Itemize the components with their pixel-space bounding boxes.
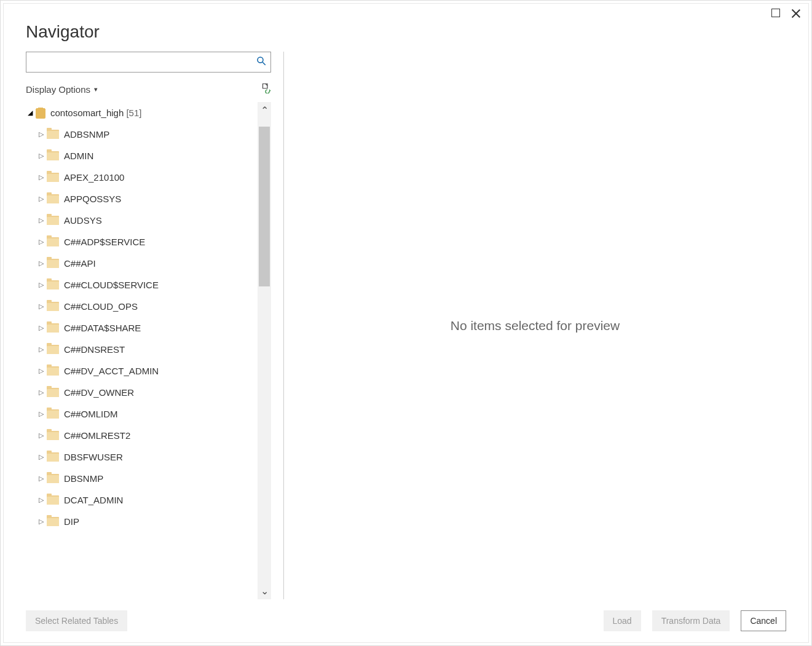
- tree-item-label: C##API: [64, 258, 96, 269]
- tree-item[interactable]: ▷C##OMLIDM: [26, 403, 255, 425]
- expander-icon[interactable]: ▷: [37, 195, 45, 203]
- schema-tree[interactable]: ◢contosomart_high [51]▷ADBSNMP▷ADMIN▷APE…: [26, 102, 258, 599]
- search-icon[interactable]: [256, 55, 267, 69]
- svg-point-0: [258, 57, 263, 63]
- expander-icon[interactable]: ▷: [37, 475, 45, 483]
- database-icon: [36, 108, 45, 119]
- folder-icon: [47, 452, 59, 462]
- refresh-icon[interactable]: [260, 82, 271, 96]
- expander-icon[interactable]: ▷: [37, 130, 45, 138]
- tree-scrollbar[interactable]: ⌃ ⌄: [258, 102, 271, 599]
- tree-item-label: DBSNMP: [64, 473, 103, 484]
- display-options-dropdown[interactable]: Display Options ▾: [26, 84, 98, 95]
- folder-icon: [47, 280, 59, 290]
- expander-icon[interactable]: ▷: [37, 388, 45, 396]
- tree-item-label: APPQOSSYS: [64, 194, 121, 204]
- dialog-title: Navigator: [4, 7, 808, 52]
- folder-icon: [47, 345, 59, 354]
- expander-icon[interactable]: ▷: [37, 324, 45, 332]
- dialog-footer: Select Related Tables Load Transform Dat…: [4, 599, 808, 642]
- tree-item[interactable]: ▷DIP: [26, 511, 255, 532]
- tree-item[interactable]: ▷C##API: [26, 253, 255, 274]
- preview-empty-message: No items selected for preview: [451, 318, 620, 333]
- folder-icon: [47, 216, 59, 225]
- tree-item-label: DCAT_ADMIN: [64, 495, 123, 505]
- maximize-icon[interactable]: [771, 9, 780, 17]
- tree-item[interactable]: ▷ADMIN: [26, 145, 255, 167]
- expander-icon[interactable]: ▷: [37, 496, 45, 504]
- svg-line-1: [262, 62, 266, 65]
- expander-icon[interactable]: ▷: [37, 173, 45, 181]
- folder-icon: [47, 388, 59, 397]
- load-button[interactable]: Load: [604, 610, 641, 631]
- expander-icon[interactable]: ▷: [37, 345, 45, 353]
- tree-item-label: C##CLOUD_OPS: [64, 301, 138, 312]
- tree-item[interactable]: ▷AUDSYS: [26, 210, 255, 231]
- expander-icon[interactable]: ▷: [37, 518, 45, 526]
- folder-icon: [47, 151, 59, 160]
- expander-icon[interactable]: ▷: [37, 281, 45, 289]
- tree-item-label: C##OMLREST2: [64, 430, 130, 441]
- tree-item[interactable]: ▷C##OMLREST2: [26, 425, 255, 446]
- search-input[interactable]: [30, 57, 256, 68]
- preview-pane: No items selected for preview: [284, 52, 786, 599]
- tree-item[interactable]: ▷APPQOSSYS: [26, 188, 255, 210]
- tree-item[interactable]: ▷C##DV_OWNER: [26, 382, 255, 403]
- tree-item[interactable]: ▷C##CLOUD$SERVICE: [26, 274, 255, 296]
- expander-icon[interactable]: ▷: [37, 410, 45, 418]
- tree-item-label: C##DATA$SHARE: [64, 323, 141, 333]
- tree-item[interactable]: ▷C##DATA$SHARE: [26, 317, 255, 339]
- tree-item-label: APEX_210100: [64, 172, 124, 183]
- search-box[interactable]: [26, 52, 271, 73]
- folder-icon: [47, 302, 59, 311]
- scroll-thumb[interactable]: [259, 127, 270, 286]
- folder-icon: [47, 517, 59, 526]
- navigator-dialog: Navigator Display Options ▾: [0, 0, 812, 646]
- tree-item-label: ADMIN: [64, 151, 93, 161]
- select-related-tables-button[interactable]: Select Related Tables: [26, 610, 127, 631]
- tree-item[interactable]: ▷DBSFWUSER: [26, 446, 255, 468]
- cancel-button[interactable]: Cancel: [741, 610, 786, 631]
- expander-icon[interactable]: ▷: [37, 152, 45, 160]
- expander-icon[interactable]: ▷: [37, 302, 45, 310]
- folder-icon: [47, 431, 59, 440]
- tree-item[interactable]: ▷DBSNMP: [26, 468, 255, 489]
- scroll-down-icon[interactable]: ⌄: [261, 583, 269, 599]
- expander-icon[interactable]: ◢: [26, 109, 34, 117]
- tree-root[interactable]: ◢contosomart_high [51]: [26, 102, 255, 124]
- expander-icon[interactable]: ▷: [37, 216, 45, 224]
- window-controls: [771, 9, 801, 18]
- expander-icon[interactable]: ▷: [37, 238, 45, 246]
- folder-icon: [47, 259, 59, 268]
- tree-item-label: DBSFWUSER: [64, 452, 123, 462]
- close-icon[interactable]: [791, 9, 801, 18]
- folder-icon: [47, 194, 59, 203]
- tree-item-label: DIP: [64, 516, 79, 527]
- tree-item-label: C##DV_OWNER: [64, 387, 134, 398]
- scroll-up-icon[interactable]: ⌃: [261, 102, 269, 119]
- footer-right-buttons: Load Transform Data Cancel: [604, 610, 786, 631]
- tree-item[interactable]: ▷APEX_210100: [26, 167, 255, 188]
- tree-item[interactable]: ▷C##DNSREST: [26, 339, 255, 360]
- tree-item[interactable]: ▷ADBSNMP: [26, 124, 255, 145]
- expander-icon[interactable]: ▷: [37, 259, 45, 267]
- expander-icon[interactable]: ▷: [37, 367, 45, 375]
- tree-item[interactable]: ▷C##DV_ACCT_ADMIN: [26, 360, 255, 382]
- tree-item[interactable]: ▷DCAT_ADMIN: [26, 489, 255, 511]
- tree-item[interactable]: ▷C##CLOUD_OPS: [26, 296, 255, 317]
- folder-icon: [47, 474, 59, 483]
- folder-icon: [47, 323, 59, 333]
- tree-root-label: contosomart_high [51]: [50, 108, 141, 118]
- tree-item-label: C##CLOUD$SERVICE: [64, 280, 159, 290]
- expander-icon[interactable]: ▷: [37, 453, 45, 461]
- folder-icon: [47, 495, 59, 505]
- tree-item[interactable]: ▷C##ADP$SERVICE: [26, 231, 255, 253]
- tree-item-label: ADBSNMP: [64, 129, 109, 140]
- folder-icon: [47, 409, 59, 419]
- dialog-inner: Navigator Display Options ▾: [3, 3, 809, 643]
- transform-data-button[interactable]: Transform Data: [652, 610, 730, 631]
- expander-icon[interactable]: ▷: [37, 431, 45, 439]
- folder-icon: [47, 130, 59, 139]
- tree-item-label: AUDSYS: [64, 215, 102, 226]
- dialog-body: Display Options ▾ ◢contosomart_high [51]…: [4, 52, 808, 599]
